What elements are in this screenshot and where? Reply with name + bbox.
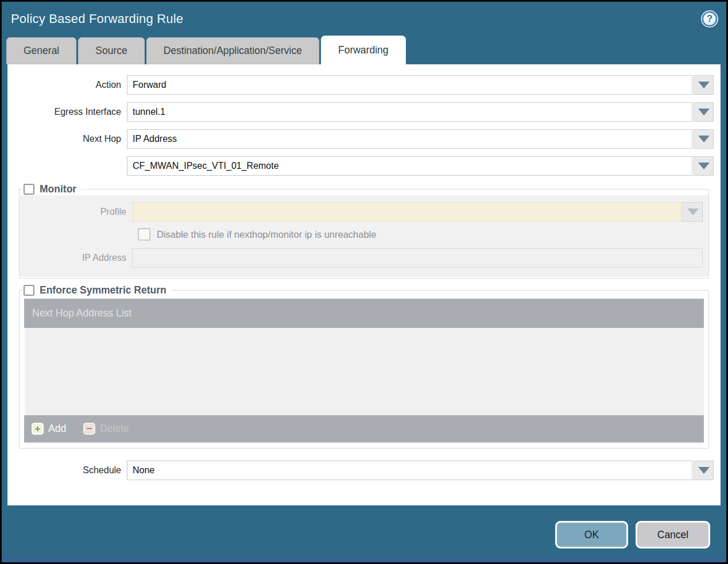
profile-value (132, 202, 681, 222)
help-icon[interactable]: ? (702, 11, 717, 26)
profile-label: Profile (20, 207, 132, 217)
enforce-symmetric-return-legend: Enforce Symmetric Return (22, 284, 171, 296)
profile-dropdown-button (683, 202, 703, 222)
enforce-symmetric-return-label: Enforce Symmetric Return (40, 284, 166, 296)
dialog-footer: OK Cancel (2, 505, 726, 548)
monitor-ip-address-row: IP Address (20, 248, 708, 268)
cancel-button[interactable]: Cancel (636, 521, 710, 548)
table-body[interactable] (24, 328, 704, 415)
egress-interface-value: tunnel.1 (127, 102, 692, 122)
disable-rule-row: Disable this rule if nexthop/monitor ip … (20, 228, 708, 241)
action-dropdown-button[interactable] (694, 75, 714, 95)
schedule-value: None (127, 461, 692, 480)
delete-button-label: Delete (100, 423, 129, 435)
disable-rule-label: Disable this rule if nexthop/monitor ip … (157, 229, 376, 240)
profile-row: Profile (20, 202, 708, 222)
next-hop-address-select[interactable]: CF_MWAN_IPsec_VTI_01_Remote (127, 156, 714, 176)
profile-select (132, 202, 703, 222)
monitor-legend: Monitor (22, 183, 81, 195)
dialog-title: Policy Based Forwarding Rule (11, 11, 183, 26)
table-header-label: Next Hop Address List (32, 307, 131, 319)
next-hop-dropdown-button[interactable] (694, 129, 714, 149)
chevron-down-icon (698, 136, 710, 142)
monitor-label: Monitor (40, 183, 76, 195)
plus-icon: + (32, 423, 44, 435)
enforce-symmetric-return-checkbox[interactable] (24, 285, 34, 296)
schedule-label: Schedule (7, 465, 127, 476)
egress-interface-label: Egress Interface (7, 107, 127, 117)
chevron-down-icon (698, 109, 710, 115)
tab-forwarding[interactable]: Forwarding (321, 36, 406, 64)
delete-button: − Delete (83, 423, 129, 435)
schedule-dropdown-button[interactable] (694, 461, 714, 480)
next-hop-label: Next Hop (7, 134, 127, 144)
table-toolbar: + Add − Delete (24, 415, 704, 442)
tab-destination-application-service[interactable]: Destination/Application/Service (146, 37, 319, 64)
forwarding-tab-panel: Action Forward Egress Interface tunnel.1… (7, 64, 721, 505)
action-label: Action (7, 80, 127, 90)
next-hop-value: IP Address (127, 129, 692, 149)
monitor-ip-address-label: IP Address (20, 253, 132, 263)
chevron-down-icon (687, 208, 699, 215)
next-hop-address-value: CF_MWAN_IPsec_VTI_01_Remote (127, 156, 692, 176)
chevron-down-icon (698, 467, 710, 474)
monitor-group: Monitor Profile Disable this rule if nex… (19, 183, 709, 279)
schedule-row: Schedule None (7, 461, 721, 480)
monitor-ip-address-input (132, 248, 703, 268)
add-button-label: Add (48, 423, 66, 435)
ok-button[interactable]: OK (555, 521, 628, 548)
egress-interface-select[interactable]: tunnel.1 (127, 102, 714, 122)
egress-interface-row: Egress Interface tunnel.1 (7, 102, 721, 122)
tab-general[interactable]: General (6, 37, 76, 64)
next-hop-address-list-table: Next Hop Address List + Add − Delete (24, 299, 704, 443)
action-value: Forward (127, 75, 692, 95)
chevron-down-icon (698, 163, 710, 169)
egress-interface-dropdown-button[interactable] (694, 102, 714, 122)
minus-icon: − (83, 423, 95, 435)
monitor-panel: Profile Disable this rule if nexthop/mon… (20, 195, 708, 277)
tab-source[interactable]: Source (78, 37, 144, 64)
action-select[interactable]: Forward (127, 75, 714, 95)
next-hop-row: Next Hop IP Address (7, 129, 721, 149)
monitor-checkbox[interactable] (24, 184, 34, 195)
next-hop-address-dropdown-button[interactable] (694, 156, 714, 176)
next-hop-select[interactable]: IP Address (127, 129, 714, 149)
enforce-symmetric-return-group: Enforce Symmetric Return Next Hop Addres… (19, 284, 709, 449)
add-button[interactable]: + Add (32, 423, 66, 435)
question-mark-glyph: ? (707, 14, 712, 24)
window-bottom-strip (2, 557, 726, 562)
schedule-select[interactable]: None (127, 461, 714, 480)
tab-bar: General Source Destination/Application/S… (2, 36, 726, 64)
dialog-titlebar: Policy Based Forwarding Rule ? (2, 2, 726, 36)
table-header: Next Hop Address List (24, 299, 704, 328)
chevron-down-icon (698, 82, 710, 88)
next-hop-address-row: CF_MWAN_IPsec_VTI_01_Remote (7, 156, 721, 176)
action-row: Action Forward (7, 75, 721, 95)
disable-rule-checkbox (138, 228, 150, 241)
